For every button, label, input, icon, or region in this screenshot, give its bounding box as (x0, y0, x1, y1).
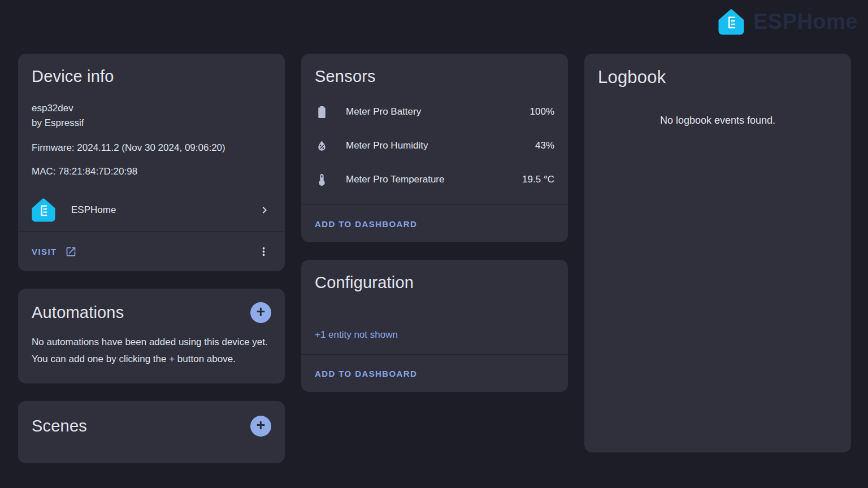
device-name: esp32dev (32, 101, 271, 116)
sensor-row-humidity[interactable]: Meter Pro Humidity 43% (315, 129, 554, 163)
scenes-card: Scenes + (18, 401, 285, 463)
esphome-logo-icon (32, 198, 55, 222)
logbook-card: Logbook No logbook events found. (584, 54, 851, 452)
entities-not-shown-link[interactable]: +1 entity not shown (315, 329, 398, 341)
device-mac: MAC: 78:21:84:7D:20:98 (32, 164, 271, 179)
sensor-value: 43% (535, 140, 554, 151)
column-left: Device info esp32dev by Espressif Firmwa… (18, 54, 285, 463)
sensors-add-to-dashboard-button[interactable]: ADD TO DASHBOARD (315, 219, 417, 229)
automations-card: Automations + No automations have been a… (18, 289, 285, 384)
visit-button[interactable]: VISIT (32, 246, 77, 258)
integration-label: ESPHome (71, 204, 258, 216)
add-automation-button[interactable]: + (250, 302, 271, 323)
brand-watermark: ESPHome (753, 10, 858, 34)
plus-icon: + (257, 304, 266, 320)
sensor-value: 19.5 °C (522, 174, 554, 185)
device-info-title: Device info (32, 67, 271, 86)
column-right: Logbook No logbook events found. (584, 54, 851, 452)
add-scene-button[interactable]: + (250, 416, 271, 437)
add-to-dashboard-label: ADD TO DASHBOARD (315, 219, 417, 229)
sensor-name: Meter Pro Temperature (346, 174, 522, 185)
visit-label: VISIT (32, 247, 57, 256)
battery-icon (315, 105, 329, 119)
integration-row-esphome[interactable]: ESPHome (18, 191, 285, 231)
automations-empty-text: No automations have been added using thi… (32, 334, 271, 382)
esphome-logo-icon (718, 9, 744, 35)
configuration-card: Configuration +1 entity not shown ADD TO… (301, 260, 568, 392)
logbook-title: Logbook (598, 67, 837, 88)
configuration-title: Configuration (315, 273, 554, 292)
plus-icon: + (257, 418, 266, 433)
logbook-empty-text: No logbook events found. (598, 115, 837, 127)
thermometer-icon (315, 173, 329, 187)
open-in-new-icon (65, 246, 77, 258)
device-manufacturer: by Espressif (32, 116, 271, 130)
scenes-title: Scenes (32, 417, 87, 435)
sensor-value: 100% (530, 106, 554, 117)
add-to-dashboard-label: ADD TO DASHBOARD (315, 369, 417, 378)
sensor-row-battery[interactable]: Meter Pro Battery 100% (315, 95, 554, 129)
dots-vertical-icon (257, 245, 270, 258)
humidity-icon (315, 139, 329, 153)
device-page: Device info esp32dev by Espressif Firmwa… (0, 54, 868, 463)
sensor-name: Meter Pro Battery (346, 106, 530, 117)
column-middle: Sensors Meter Pro Battery 100% Meter Pro… (301, 54, 568, 392)
configuration-add-to-dashboard-button[interactable]: ADD TO DASHBOARD (315, 369, 417, 378)
sensor-name: Meter Pro Humidity (346, 140, 535, 151)
sensor-row-temperature[interactable]: Meter Pro Temperature 19.5 °C (315, 163, 554, 197)
automations-title: Automations (32, 303, 124, 322)
device-menu-button[interactable] (252, 240, 275, 263)
chevron-right-icon (258, 203, 271, 217)
device-firmware: Firmware: 2024.11.2 (Nov 30 2024, 09:06:… (32, 141, 271, 155)
brand: ESPHome (718, 9, 858, 35)
device-info-card: Device info esp32dev by Espressif Firmwa… (18, 54, 285, 271)
sensors-title: Sensors (315, 67, 554, 86)
sensors-card: Sensors Meter Pro Battery 100% Meter Pro… (301, 54, 568, 242)
top-bar: ESPHome (0, 0, 868, 54)
sensor-list: Meter Pro Battery 100% Meter Pro Humidit… (301, 95, 568, 197)
